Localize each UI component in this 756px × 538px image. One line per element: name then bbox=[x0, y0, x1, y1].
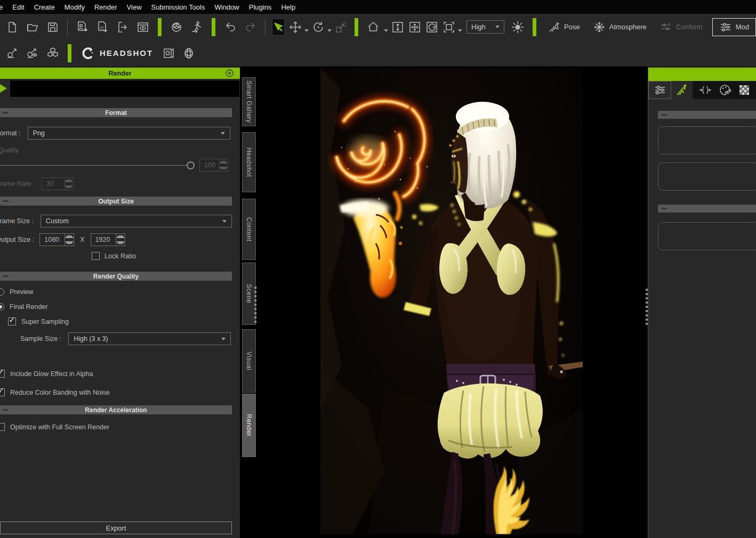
export-file-button[interactable] bbox=[112, 18, 133, 37]
lock-ratio-checkbox[interactable] bbox=[92, 252, 100, 260]
sample-size-row: Sample Size : High (3 x 3) bbox=[20, 332, 232, 345]
tab-visual[interactable]: Visual bbox=[242, 329, 256, 393]
collapse-icon bbox=[3, 200, 9, 202]
atmosphere-button[interactable]: Atmosphere bbox=[586, 18, 653, 37]
output-width-spinner[interactable]: 1080 bbox=[39, 233, 74, 246]
frame-view-dropdown[interactable] bbox=[458, 29, 462, 32]
glow-alpha-row[interactable]: Include Glow Effect in Alpha bbox=[0, 370, 93, 378]
fullscreen-opt-row[interactable]: Optimize with Full Screen Render bbox=[0, 423, 109, 431]
menu-modify[interactable]: Modify bbox=[60, 3, 90, 11]
noise-label: Reduce Color Banding with Noise bbox=[10, 389, 110, 396]
tab-headshot[interactable]: Headshot bbox=[242, 132, 256, 192]
render-banner[interactable] bbox=[10, 80, 240, 97]
rotate-tool-button[interactable] bbox=[310, 18, 327, 37]
dimension-x-label: X bbox=[80, 236, 84, 243]
collapse-icon bbox=[662, 114, 667, 116]
open-project-button[interactable] bbox=[22, 18, 43, 37]
tab-texture[interactable] bbox=[738, 84, 751, 96]
new-project-button[interactable] bbox=[2, 18, 22, 37]
content-pack-button[interactable] bbox=[43, 44, 63, 63]
render-preview-button[interactable] bbox=[133, 18, 153, 37]
render-quality-section-header[interactable]: Render Quality bbox=[0, 272, 232, 281]
menu-window[interactable]: Window bbox=[210, 3, 244, 11]
final-render-radio[interactable] bbox=[0, 303, 4, 311]
sample-size-dropdown[interactable]: High (3 x 3) bbox=[68, 332, 231, 345]
format-section-header[interactable]: Format bbox=[0, 108, 232, 117]
rotate-tool-dropdown[interactable] bbox=[327, 29, 332, 32]
format-label: Format : bbox=[0, 129, 21, 137]
final-render-label: Final Render bbox=[10, 303, 48, 311]
export-iclone-button[interactable]: IC bbox=[92, 18, 112, 37]
noise-checkbox[interactable] bbox=[0, 388, 5, 396]
lock-ratio-row[interactable]: Lock Ratio bbox=[92, 252, 136, 260]
main-area: Render Format Format : Png Quality 100 bbox=[0, 67, 756, 538]
tab-morph[interactable] bbox=[698, 83, 712, 97]
pan-view-button[interactable] bbox=[406, 18, 423, 37]
tab-adjust[interactable] bbox=[648, 81, 671, 99]
super-sampling-row[interactable]: Super Sampling bbox=[8, 317, 69, 325]
panel-drag-handle[interactable] bbox=[646, 289, 648, 325]
headshot-image-button[interactable] bbox=[158, 44, 179, 63]
modify-button[interactable]: Mod bbox=[712, 18, 756, 36]
export-button[interactable]: Export bbox=[0, 521, 232, 534]
zoom-extents-button[interactable] bbox=[389, 18, 406, 37]
tab-smart-gallery[interactable]: Smart Gallery bbox=[242, 77, 256, 126]
chevron-down-icon bbox=[222, 220, 227, 223]
menu-edit[interactable]: Edit bbox=[7, 3, 29, 11]
output-size-section-header[interactable]: Output Size bbox=[0, 197, 232, 206]
super-sampling-checkbox[interactable] bbox=[8, 317, 16, 325]
tab-appearance[interactable] bbox=[718, 83, 732, 97]
rp-section-header-2[interactable] bbox=[658, 205, 756, 213]
orbit-view-button[interactable] bbox=[423, 18, 440, 37]
move-tool-button[interactable] bbox=[287, 18, 304, 37]
home-view-dropdown[interactable] bbox=[384, 29, 388, 32]
frame-view-button[interactable] bbox=[440, 18, 457, 37]
glow-alpha-checkbox[interactable] bbox=[0, 370, 5, 378]
select-tool-button[interactable] bbox=[272, 19, 285, 36]
close-icon[interactable] bbox=[226, 69, 234, 77]
panel-drag-handle[interactable] bbox=[254, 287, 256, 323]
conform-button: Conform bbox=[653, 18, 709, 37]
tab-content[interactable]: Content bbox=[242, 199, 256, 260]
format-dropdown[interactable]: Png bbox=[28, 127, 230, 140]
menu-render[interactable]: Render bbox=[90, 3, 122, 11]
preview-light-button[interactable] bbox=[508, 18, 528, 37]
toolbar-divider bbox=[67, 19, 68, 36]
tab-pose-active[interactable] bbox=[671, 81, 693, 99]
export-motion-button[interactable] bbox=[187, 18, 207, 37]
save-button[interactable] bbox=[43, 18, 63, 37]
menu-view[interactable]: View bbox=[122, 3, 147, 11]
render-acceleration-section-header[interactable]: Render Acceleration bbox=[0, 405, 232, 414]
undo-button[interactable] bbox=[220, 18, 240, 37]
menu-help[interactable]: Help bbox=[276, 3, 300, 11]
menu-file[interactable]: e bbox=[0, 3, 7, 11]
headshot-mesh-button[interactable] bbox=[179, 44, 199, 63]
preview-row[interactable]: Preview bbox=[0, 288, 33, 296]
export-character-button[interactable] bbox=[72, 18, 92, 37]
frame-size-dropdown[interactable]: Custom bbox=[41, 215, 232, 227]
menu-create[interactable]: Create bbox=[29, 3, 60, 11]
move-tool-dropdown[interactable] bbox=[304, 29, 309, 32]
preview-pose-button[interactable] bbox=[22, 44, 43, 63]
rp-section-header-1[interactable] bbox=[658, 111, 756, 119]
pose-button[interactable]: Pose bbox=[541, 18, 586, 37]
menu-submission-tools[interactable]: Submission Tools bbox=[147, 3, 210, 11]
collapse-icon bbox=[662, 208, 667, 209]
realtime-quality-dropdown[interactable]: High bbox=[467, 20, 504, 34]
rp-group-box-2 bbox=[658, 162, 756, 191]
pack-project-button[interactable] bbox=[166, 18, 187, 37]
preview-radio[interactable] bbox=[0, 288, 4, 296]
fullscreen-opt-checkbox[interactable] bbox=[0, 423, 5, 431]
play-icon[interactable] bbox=[0, 84, 7, 93]
viewport[interactable] bbox=[240, 67, 648, 538]
tab-render[interactable]: Render bbox=[242, 394, 256, 457]
home-view-button[interactable] bbox=[363, 18, 383, 37]
menu-plugins[interactable]: Plugins bbox=[244, 3, 277, 11]
output-height-spinner[interactable]: 1920 bbox=[91, 233, 125, 246]
noise-row[interactable]: Reduce Color Banding with Noise bbox=[0, 388, 110, 396]
quality-slider bbox=[0, 165, 188, 166]
preview-label: Preview bbox=[10, 288, 33, 296]
redo-button[interactable] bbox=[240, 18, 261, 37]
final-render-row[interactable]: Final Render bbox=[0, 303, 48, 311]
edit-pose-button[interactable] bbox=[2, 44, 22, 63]
